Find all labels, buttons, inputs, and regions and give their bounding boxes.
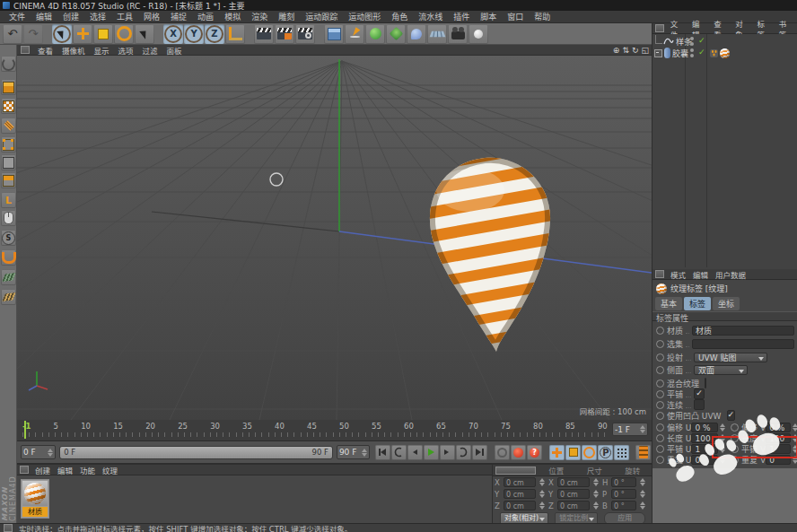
side-dropdown[interactable]: 双面 (694, 365, 748, 375)
anim-dot-icon[interactable] (656, 366, 664, 374)
planar-workplane-button[interactable] (1, 289, 16, 305)
viewport-menu-2[interactable]: 显示 (90, 45, 114, 56)
main-menu-10[interactable]: 雕刻 (273, 11, 300, 22)
size-y-field[interactable]: 0 cm (557, 489, 590, 499)
anim-dot-icon[interactable] (656, 401, 664, 409)
rotate-tool-button[interactable] (114, 24, 134, 44)
goto-start-button[interactable] (375, 445, 390, 460)
mm-menu-0[interactable]: 创建 (31, 465, 54, 475)
tab-basic[interactable]: 基本 (655, 297, 682, 310)
main-menu-1[interactable]: 编辑 (31, 11, 57, 22)
preview-range-slider[interactable]: 0 F 90 F (59, 446, 333, 459)
rot-p-field[interactable]: 0 ° (611, 489, 636, 499)
pos-z-field[interactable]: 0 cm (504, 501, 536, 510)
make-editable-button[interactable] (1, 56, 16, 72)
stepper[interactable] (539, 477, 545, 487)
anim-dot-icon[interactable] (656, 353, 664, 362)
key-pla-button[interactable] (614, 445, 629, 460)
mm-menu-2[interactable]: 功能 (76, 465, 99, 475)
axis-mode-button[interactable]: L (1, 192, 16, 208)
environment-button[interactable] (427, 24, 447, 44)
workplane-mode-button[interactable] (1, 118, 16, 134)
rot-h-field[interactable]: 0 ° (611, 477, 636, 487)
phong-tag-icon[interactable] (710, 49, 718, 57)
edges-mode-button[interactable] (1, 154, 16, 170)
enabled-check-icon[interactable]: ✓ (698, 48, 705, 57)
dolly-view-icon[interactable]: ⇅ (622, 46, 629, 55)
main-menu-8[interactable]: 模拟 (219, 11, 246, 22)
snap-button[interactable]: S (1, 230, 16, 246)
stepper[interactable] (539, 489, 545, 499)
render-settings-button[interactable] (295, 24, 315, 44)
goto-end-button[interactable] (472, 445, 487, 460)
spline-pen-button[interactable] (345, 24, 364, 44)
lock-x-axis-button[interactable]: X (163, 24, 183, 44)
lock-y-axis-button[interactable]: Y (184, 24, 204, 44)
scale-tool-button[interactable] (93, 24, 113, 44)
deformers-button[interactable] (386, 24, 406, 44)
anim-dot-icon[interactable] (656, 379, 664, 388)
stepper[interactable] (639, 489, 645, 499)
pos-y-field[interactable]: 0 cm (504, 489, 536, 499)
main-menu-6[interactable]: 捕捉 (165, 11, 192, 22)
main-menu-18[interactable]: 帮助 (529, 11, 556, 22)
anim-dot-icon[interactable] (656, 423, 664, 432)
mix-textures-checkbox[interactable] (705, 378, 706, 388)
keyframe-selection-button[interactable] (635, 445, 651, 460)
stepper[interactable] (539, 501, 545, 510)
record-keyframe-button[interactable] (511, 445, 526, 460)
current-frame-spinner[interactable]: 0 F (21, 445, 56, 459)
previous-frame-button[interactable] (407, 445, 423, 460)
texture-mode-button[interactable] (1, 98, 16, 114)
expander-icon[interactable] (654, 49, 662, 57)
anim-dot-icon[interactable] (656, 412, 664, 420)
render-view-button[interactable] (254, 24, 274, 44)
anim-dot-icon[interactable] (656, 327, 664, 335)
pan-view-icon[interactable]: ⊕ (613, 46, 620, 55)
render-picture-viewer-button[interactable] (275, 24, 294, 44)
tile-checkbox[interactable]: ✓ (694, 388, 705, 399)
main-menu-17[interactable]: 窗口 (502, 11, 529, 22)
key-position-button[interactable] (549, 445, 565, 460)
lock-z-axis-button[interactable]: Z (205, 24, 224, 44)
workplane-lock-button[interactable] (1, 269, 16, 285)
viewport-menu-1[interactable]: 摄像机 (57, 45, 90, 56)
stepper[interactable] (639, 477, 645, 487)
camera-button[interactable] (448, 24, 468, 44)
selection-field[interactable] (692, 339, 794, 349)
texture-tag-icon[interactable] (720, 48, 730, 58)
panel-grip-icon[interactable] (20, 466, 29, 474)
main-menu-13[interactable]: 角色 (386, 11, 413, 22)
end-frame-field[interactable]: -1 F (612, 423, 648, 436)
last-tool-button[interactable] (135, 24, 154, 44)
key-parameter-button[interactable]: P (598, 445, 613, 460)
stepper[interactable] (361, 448, 367, 458)
material-tile[interactable]: 材质 (21, 479, 49, 519)
live-selection-button[interactable] (52, 24, 72, 44)
size-x-field[interactable]: 0 cm (557, 477, 590, 487)
stepper[interactable] (639, 501, 645, 510)
main-menu-0[interactable]: 文件 (4, 11, 31, 22)
main-menu-4[interactable]: 工具 (111, 11, 138, 22)
viewport-menu-0[interactable]: 查看 (33, 45, 57, 56)
range-end-spinner[interactable]: 90 F (337, 445, 370, 459)
projection-dropdown[interactable]: UVW 贴图 (694, 353, 767, 362)
anim-dot-icon[interactable] (656, 340, 664, 348)
seamless-checkbox[interactable] (694, 399, 705, 410)
stepper[interactable] (47, 448, 53, 458)
move-tool-button[interactable] (73, 24, 92, 44)
polygons-mode-button[interactable] (1, 172, 16, 188)
redo-button[interactable]: ↷ (23, 24, 43, 44)
main-menu-9[interactable]: 渲染 (246, 11, 273, 22)
am-menu-1[interactable]: 编辑 (689, 269, 712, 280)
key-rotation-button[interactable] (582, 445, 597, 460)
visibility-dots[interactable] (690, 48, 695, 58)
panel-grip-icon[interactable] (495, 467, 536, 475)
object-row-spline[interactable]: 样条 ✓ (652, 36, 797, 47)
tab-coordinates[interactable]: 坐标 (713, 297, 740, 310)
model-mode-button[interactable] (1, 79, 16, 95)
viewport-menu-4[interactable]: 过滤 (138, 45, 162, 56)
stepper[interactable] (592, 477, 599, 487)
main-menu-14[interactable]: 流水线 (413, 11, 448, 22)
light-button[interactable] (469, 24, 488, 44)
